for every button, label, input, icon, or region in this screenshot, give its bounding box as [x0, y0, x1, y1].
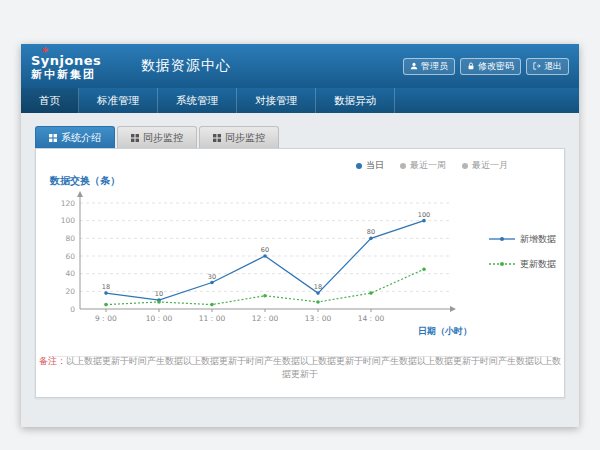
- logout-button[interactable]: 退出: [526, 58, 569, 75]
- svg-text:80: 80: [367, 228, 375, 236]
- svg-text:100: 100: [61, 216, 76, 225]
- logout-icon: [533, 62, 541, 70]
- change-password-button-label: 修改密码: [478, 60, 514, 73]
- range-last-week-label: 最近一周: [410, 159, 446, 172]
- last-week-dot-icon: [400, 163, 406, 169]
- svg-text:120: 120: [61, 199, 76, 208]
- svg-text:30: 30: [208, 273, 216, 281]
- grid-icon: [213, 134, 221, 142]
- svg-text:60: 60: [65, 252, 75, 261]
- nav-item-home[interactable]: 首页: [21, 88, 79, 113]
- tab-label: 同步监控: [143, 131, 183, 145]
- main-nav: 首页 标准管理 系统管理 对接管理 数据异动: [21, 88, 579, 113]
- data-exchange-line-chart: 0204060801001209：0010：0011：0012：0013：001…: [46, 191, 476, 341]
- logo-star-icon: *: [42, 46, 48, 59]
- range-last-month-label: 最近一月: [472, 159, 508, 172]
- svg-text:12：00: 12：00: [252, 314, 279, 323]
- admin-button-label: 管理员: [421, 60, 448, 73]
- content-area: 系统介绍 同步监控 同步监控 当日: [21, 113, 579, 427]
- svg-text:100: 100: [418, 211, 430, 219]
- grid-icon: [49, 134, 57, 142]
- svg-text:0: 0: [70, 305, 75, 314]
- svg-text:20: 20: [65, 287, 75, 296]
- series-legend: 新增数据 更新数据: [489, 233, 556, 341]
- svg-text:40: 40: [65, 269, 75, 278]
- svg-text:日期（小时）: 日期（小时）: [418, 326, 472, 336]
- svg-text:10: 10: [155, 290, 163, 298]
- svg-text:18: 18: [102, 283, 110, 291]
- today-dot-icon: [356, 163, 362, 169]
- app-window: * Synjones 新中新集团 数据资源中心 管理员 修改密码: [21, 44, 579, 427]
- svg-text:11：00: 11：00: [199, 314, 226, 323]
- chart-row: 0204060801001209：0010：0011：0012：0013：001…: [46, 191, 556, 341]
- svg-text:18: 18: [314, 283, 322, 291]
- change-password-button[interactable]: 修改密码: [460, 58, 521, 75]
- svg-text:60: 60: [261, 246, 269, 254]
- svg-text:9：00: 9：00: [95, 314, 117, 323]
- updated-data-line-sample-icon: [489, 260, 515, 270]
- svg-text:14：00: 14：00: [358, 314, 385, 323]
- header: * Synjones 新中新集团 数据资源中心 管理员 修改密码: [21, 44, 579, 88]
- new-data-line-sample-icon: [489, 235, 515, 245]
- legend-updated-data-label: 更新数据: [520, 258, 556, 271]
- tab-bar: 系统介绍 同步监控 同步监控: [35, 126, 579, 148]
- chart-panel: 当日 最近一周 最近一月 数据交换（条） 0204060801001209：00…: [35, 148, 565, 398]
- tab-label: 同步监控: [225, 131, 265, 145]
- header-actions: 管理员 修改密码 退出: [403, 58, 569, 75]
- legend-new-data[interactable]: 新增数据: [489, 233, 556, 246]
- range-last-month[interactable]: 最近一月: [462, 159, 508, 172]
- logout-button-label: 退出: [544, 60, 562, 73]
- tab-system-intro[interactable]: 系统介绍: [35, 126, 115, 148]
- nav-item-system-management[interactable]: 系统管理: [158, 88, 237, 113]
- footer-note-label: 备注：: [39, 356, 66, 366]
- svg-text:13：00: 13：00: [305, 314, 332, 323]
- last-month-dot-icon: [462, 163, 468, 169]
- tab-sync-monitor-1[interactable]: 同步监控: [117, 126, 197, 148]
- footer-note: 备注：以上数据更新于时间产生数据以上数据更新于时间产生数据以上数据更新于时间产生…: [36, 355, 564, 381]
- range-today[interactable]: 当日: [356, 159, 384, 172]
- grid-icon: [131, 134, 139, 142]
- brand-subtitle: 新中新集团: [31, 69, 127, 81]
- nav-item-data-change[interactable]: 数据异动: [316, 88, 395, 113]
- lock-icon: [467, 62, 475, 70]
- footer-note-text: 以上数据更新于时间产生数据以上数据更新于时间产生数据以上数据更新于时间产生数据以…: [66, 356, 561, 379]
- tab-sync-monitor-2[interactable]: 同步监控: [199, 126, 279, 148]
- y-axis-title: 数据交换（条）: [50, 174, 120, 188]
- page-title: 数据资源中心: [141, 57, 231, 75]
- legend-new-data-label: 新增数据: [520, 233, 556, 246]
- range-today-label: 当日: [366, 159, 384, 172]
- tab-label: 系统介绍: [61, 131, 101, 145]
- admin-button[interactable]: 管理员: [403, 58, 455, 75]
- legend-updated-data[interactable]: 更新数据: [489, 258, 556, 271]
- user-icon: [410, 62, 418, 70]
- logo: * Synjones 新中新集团: [31, 52, 127, 80]
- svg-text:80: 80: [65, 234, 75, 243]
- svg-text:10：00: 10：00: [146, 314, 173, 323]
- nav-item-docking-management[interactable]: 对接管理: [237, 88, 316, 113]
- range-last-week[interactable]: 最近一周: [400, 159, 446, 172]
- nav-item-standard-management[interactable]: 标准管理: [79, 88, 158, 113]
- range-legend: 当日 最近一周 最近一月: [356, 159, 508, 172]
